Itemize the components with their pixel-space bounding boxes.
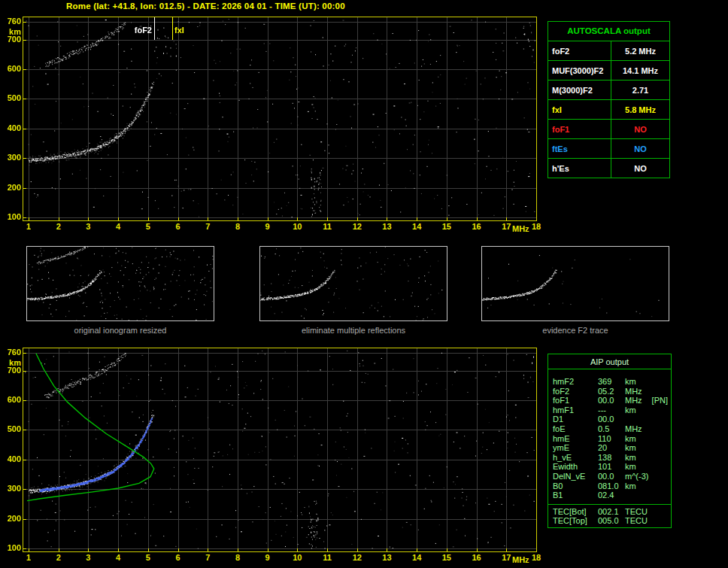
aip-row-b0: B0 081.0 km	[548, 481, 671, 491]
x-tick-label: 18	[528, 553, 544, 563]
row-label: MUF(3000)F2	[548, 61, 611, 80]
row-value: 2.71	[611, 80, 669, 99]
y-tick-label: 100	[2, 212, 21, 222]
aip-row-deln-ve: DelN_vE 00.0 m^(-3)	[548, 472, 671, 481]
aip-row-tec-top: TEC[Top] 005.0 TECU	[548, 516, 671, 526]
x-tick-label: 12	[349, 553, 366, 563]
x-tick-label: 8	[229, 553, 246, 563]
aip-tec-section: TEC[Bot] 002.1 TECU TEC[Top] 005.0 TECU	[548, 504, 671, 526]
x-tick-label: 1	[20, 222, 37, 232]
row-value: 5.8 MHz	[611, 100, 669, 119]
pn-flag: [PN]	[652, 396, 668, 405]
y-tick-label: 500	[2, 424, 21, 434]
aip-row-yme: ymE 20 km	[548, 443, 671, 453]
x-tick-label: 14	[408, 553, 425, 563]
thumbnail-multiple-reflections-removed	[259, 246, 447, 321]
x-tick-label: 13	[378, 553, 395, 563]
x-tick-label: 9	[259, 222, 276, 232]
x-tick-label: 18	[528, 222, 544, 232]
thumbnail-canvas	[27, 247, 214, 320]
x-tick-label: 11	[319, 222, 335, 232]
y-tick-label: 600	[2, 64, 21, 74]
top-ionogram-canvas	[23, 17, 536, 220]
row-label: M(3000)F2	[548, 80, 611, 99]
row-label: ftEs	[548, 139, 611, 158]
x-tick-label: 14	[408, 222, 425, 232]
y-tick-label: 500	[2, 93, 21, 103]
aip-row-foe: foE 0.5 MHz	[548, 424, 671, 434]
x-tick-label: 2	[50, 553, 67, 563]
table-row-fof1: foF1 NO	[548, 119, 669, 138]
y-tick-label: 200	[2, 514, 21, 524]
x-tick-label: 10	[289, 553, 305, 563]
x-tick-label: 6	[170, 553, 187, 563]
thumbnail-canvas	[482, 247, 669, 320]
aip-row-tec-bot: TEC[Bot] 002.1 TECU	[548, 507, 671, 517]
y-tick-label: 700	[2, 35, 21, 44]
aip-row-fof2: foF2 05.2 MHz	[548, 387, 671, 396]
table-row-fxi: fxI 5.8 MHz	[548, 99, 669, 119]
thumbnail-caption: evidence F2 trace	[481, 326, 669, 335]
x-tick-label: 8	[229, 222, 246, 232]
x-tick-label: 17	[498, 222, 514, 232]
top-ionogram-plot	[23, 17, 537, 221]
table-row-hes: h'Es NO	[548, 158, 669, 178]
y-tick-label: 760	[2, 17, 21, 26]
aip-panel-title: AIP output	[548, 354, 671, 369]
x-tick-label: 1	[20, 553, 37, 563]
x-tick-label: 2	[50, 222, 67, 232]
x-tick-label: 10	[289, 222, 305, 232]
fxi-marker-label: fxI	[174, 26, 184, 35]
row-value: NO	[611, 120, 669, 138]
table-row-m3000f2: M(3000)F2 2.71	[548, 80, 669, 99]
x-tick-label: 5	[140, 553, 156, 563]
aip-row-d1: D1 00.0	[548, 415, 671, 424]
thumbnail-f2-trace-evidence	[481, 246, 669, 321]
autoscala-application-window: Rome (lat: +41.8, lon: 012.5) - DATE: 20…	[0, 0, 728, 568]
thumbnail-canvas	[260, 247, 447, 320]
row-label: foF1	[548, 120, 611, 138]
y-tick-label: 400	[2, 454, 21, 464]
x-tick-label: 7	[199, 222, 216, 232]
aip-row-hmf1: hmF1 --- km	[548, 405, 671, 415]
aip-row-hve: h_vE 138 km	[548, 453, 671, 463]
fof2-marker-label: foF2	[128, 26, 152, 35]
y-tick-label: 200	[2, 183, 21, 193]
aip-rows: hmF2 369 km foF2 05.2 MHz foF1 00.0 MHz …	[548, 369, 671, 500]
x-tick-label: 15	[438, 553, 455, 563]
x-tick-label: 16	[469, 222, 485, 232]
row-label: h'Es	[548, 159, 611, 178]
row-value: NO	[611, 159, 669, 178]
x-tick-label: 16	[469, 553, 485, 563]
aip-row-fof1: foF1 00.0 MHz [PN]	[548, 396, 671, 405]
x-tick-label: 5	[140, 222, 156, 232]
x-tick-label: 7	[199, 553, 216, 563]
row-label: foF2	[548, 41, 611, 60]
thumbnail-original-ionogram	[26, 246, 214, 321]
row-value: NO	[611, 139, 669, 158]
y-tick-label: 300	[2, 484, 21, 494]
x-tick-label: 15	[438, 222, 455, 232]
aip-row-b1: B1 02.4	[548, 491, 671, 500]
x-tick-label: 3	[80, 222, 96, 232]
x-tick-label: 9	[259, 553, 276, 563]
x-tick-label: 3	[80, 553, 96, 563]
y-tick-label: 600	[2, 395, 21, 405]
aip-output-panel: AIP output hmF2 369 km foF2 05.2 MHz foF…	[548, 354, 672, 528]
aip-row-hmf2: hmF2 369 km	[548, 377, 671, 387]
row-value: 5.2 MHz	[611, 41, 669, 60]
row-label: fxI	[548, 100, 611, 119]
station-date-time-title: Rome (lat: +41.8, lon: 012.5) - DATE: 20…	[66, 2, 345, 11]
autoscala-panel-title: AUTOSCALA output	[548, 22, 669, 41]
aip-row-ewidth: Ewidth 101 km	[548, 462, 671, 472]
bottom-ionogram-plot	[23, 348, 537, 552]
x-tick-label: 4	[110, 553, 126, 563]
table-row-ftes: ftEs NO	[548, 138, 669, 158]
y-tick-label: 100	[2, 543, 21, 553]
thumbnail-caption: original ionogram resized	[26, 326, 214, 335]
autoscala-output-panel: AUTOSCALA output foF2 5.2 MHz MUF(3000)F…	[548, 21, 670, 178]
aip-row-hme: hmE 110 km	[548, 434, 671, 444]
x-tick-label: 6	[170, 222, 187, 232]
x-tick-label: 13	[378, 222, 395, 232]
y-tick-label: 400	[2, 123, 21, 133]
